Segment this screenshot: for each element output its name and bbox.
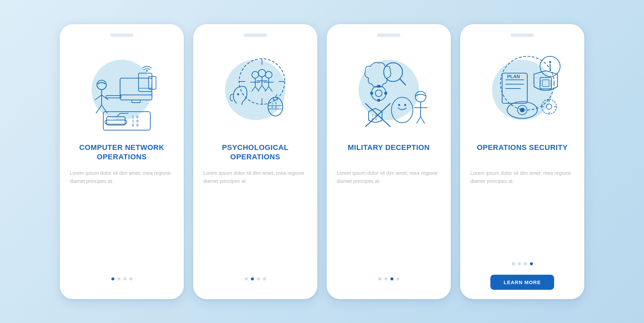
dots-row-2 bbox=[245, 277, 266, 280]
dot-1-4 bbox=[129, 277, 132, 280]
card-desc-operations-security: Lorem ipsum dolor sit dim amet, mea regi… bbox=[470, 169, 574, 253]
card-desc-computer-network: Lorem ipsum dolor sit dim amet, mea regi… bbox=[70, 169, 174, 268]
dot-4-4 bbox=[530, 262, 533, 265]
svg-line-69 bbox=[421, 117, 425, 123]
dot-1-3 bbox=[123, 277, 126, 280]
svg-rect-3 bbox=[139, 73, 152, 92]
svg-line-40 bbox=[265, 87, 269, 92]
svg-text:PLAN: PLAN bbox=[507, 74, 520, 79]
svg-point-63 bbox=[398, 104, 400, 106]
svg-line-41 bbox=[269, 87, 272, 92]
dot-4-2 bbox=[518, 262, 521, 265]
dot-4-3 bbox=[524, 262, 527, 265]
dot-3-3 bbox=[390, 277, 393, 280]
svg-point-37 bbox=[265, 71, 272, 78]
svg-line-36 bbox=[262, 86, 266, 91]
dot-3-1 bbox=[378, 277, 381, 280]
svg-rect-52 bbox=[377, 85, 380, 88]
card-title-operations-security: OPERATIONS SECURITY bbox=[477, 143, 568, 163]
dot-4-1 bbox=[512, 262, 515, 265]
dots-row-1 bbox=[111, 277, 132, 280]
svg-rect-77 bbox=[542, 80, 549, 87]
dot-1-1 bbox=[111, 277, 114, 280]
svg-point-6 bbox=[97, 80, 106, 90]
svg-line-17 bbox=[117, 113, 120, 117]
phone-notch-4 bbox=[511, 34, 534, 37]
illustration-operations-security: PLAN bbox=[475, 43, 569, 137]
svg-rect-54 bbox=[370, 92, 373, 95]
card-title-computer-network: COMPUTER NETWORK OPERATIONS bbox=[70, 143, 174, 163]
svg-text:0 0: 0 0 bbox=[132, 123, 139, 127]
svg-point-64 bbox=[404, 104, 406, 106]
svg-text:0 0: 0 0 bbox=[372, 118, 377, 121]
svg-point-27 bbox=[252, 71, 259, 78]
illustration-military-deception: 1 0 0 0 bbox=[342, 43, 436, 137]
phone-notch bbox=[110, 34, 133, 37]
card-desc-psychological: Lorem ipsum dolor sit dim amet, mea regi… bbox=[203, 169, 307, 268]
svg-point-50 bbox=[371, 86, 386, 101]
cards-container: 1 0 1 0 0 0 COMPUTER NETWORK OPERATIONS … bbox=[46, 11, 598, 313]
svg-line-45 bbox=[275, 94, 277, 97]
svg-rect-16 bbox=[105, 120, 127, 124]
svg-rect-2 bbox=[132, 100, 140, 103]
svg-point-13 bbox=[146, 70, 148, 71]
svg-text:1 0: 1 0 bbox=[271, 102, 277, 105]
svg-line-68 bbox=[417, 117, 421, 123]
svg-point-42 bbox=[237, 93, 239, 95]
dot-3-2 bbox=[384, 277, 387, 280]
svg-point-95 bbox=[546, 104, 552, 109]
dots-row-3 bbox=[378, 277, 399, 280]
svg-point-89 bbox=[520, 108, 525, 112]
svg-point-65 bbox=[415, 91, 426, 102]
card-title-military-deception: MILITARY DECEPTION bbox=[348, 143, 430, 163]
phone-card-military-deception: 1 0 0 0 MILITARY DECEPTION Lorem ipsum d… bbox=[327, 24, 451, 299]
svg-line-57 bbox=[400, 79, 406, 85]
phone-card-psychological: 1 0 0 0 PSYCHOLOGICAL OPERATIONS Lorem i… bbox=[193, 24, 317, 299]
dot-3-4 bbox=[396, 277, 399, 280]
svg-text:0 0: 0 0 bbox=[271, 106, 277, 109]
svg-point-32 bbox=[258, 69, 266, 77]
phone-notch-3 bbox=[377, 34, 400, 37]
dot-2-3 bbox=[257, 277, 260, 280]
dot-2-2 bbox=[251, 277, 254, 280]
svg-rect-76 bbox=[540, 77, 551, 89]
phone-card-operations-security: PLAN bbox=[460, 24, 584, 299]
svg-rect-55 bbox=[384, 92, 387, 95]
card-title-psychological: PSYCHOLOGICAL OPERATIONS bbox=[203, 143, 307, 163]
svg-line-30 bbox=[252, 87, 255, 92]
phone-card-computer-network: 1 0 1 0 0 0 COMPUTER NETWORK OPERATIONS … bbox=[60, 24, 184, 299]
illustration-psychological: 1 0 0 0 bbox=[208, 43, 302, 137]
svg-rect-53 bbox=[377, 99, 380, 102]
svg-point-85 bbox=[549, 61, 551, 63]
svg-line-10 bbox=[96, 105, 102, 113]
svg-line-11 bbox=[102, 105, 107, 113]
svg-rect-12 bbox=[106, 96, 121, 98]
learn-more-button[interactable]: LEARN MORE bbox=[490, 275, 554, 290]
svg-point-51 bbox=[375, 90, 382, 97]
dots-row-4 bbox=[512, 262, 533, 265]
svg-line-35 bbox=[258, 86, 262, 91]
svg-line-8 bbox=[95, 95, 102, 100]
card-desc-military-deception: Lorem ipsum dolor sit dim amet, mea regi… bbox=[337, 169, 441, 268]
phone-notch-2 bbox=[244, 34, 267, 37]
dot-2-1 bbox=[245, 277, 248, 280]
dot-2-4 bbox=[263, 277, 266, 280]
svg-text:1 0: 1 0 bbox=[372, 114, 377, 117]
svg-rect-0 bbox=[120, 78, 152, 100]
dot-1-2 bbox=[117, 277, 120, 280]
illustration-computer-network: 1 0 1 0 0 0 bbox=[75, 43, 169, 137]
